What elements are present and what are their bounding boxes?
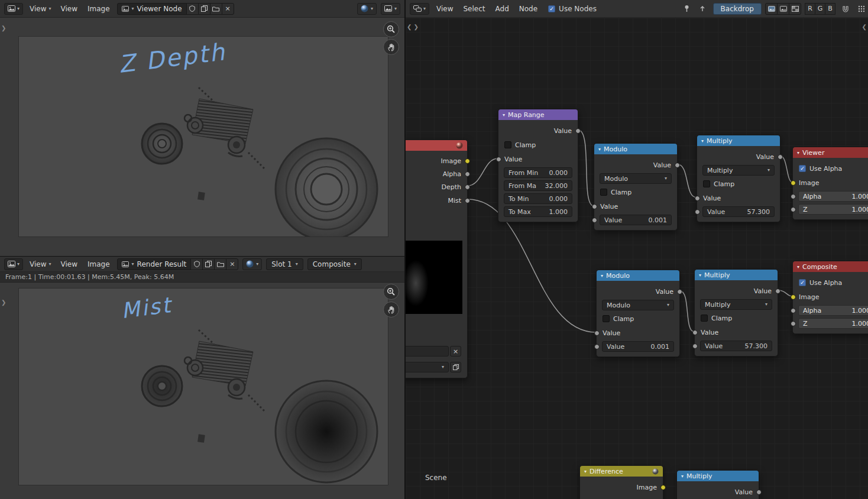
- node-header[interactable]: ▾ Map Range: [498, 109, 578, 120]
- mode-select[interactable]: View ▾: [27, 4, 54, 14]
- zoom-button[interactable]: [383, 284, 399, 300]
- collapse-icon[interactable]: ▾: [503, 112, 505, 118]
- backdrop-button[interactable]: Backdrop: [713, 3, 762, 15]
- backdrop-color-alpha-button[interactable]: [777, 3, 789, 15]
- operation-select[interactable]: Multiply ▾: [700, 299, 772, 310]
- collapse-icon[interactable]: ▾: [584, 469, 587, 474]
- unlink-scene-button[interactable]: ×: [450, 346, 461, 357]
- backdrop-color-button[interactable]: [765, 3, 778, 15]
- fake-user-button[interactable]: [186, 3, 199, 15]
- socket-depth-output[interactable]: [465, 184, 470, 190]
- z-slider[interactable]: Z 1.000: [798, 204, 868, 215]
- value-field[interactable]: Value 57.300: [700, 341, 772, 351]
- node-header[interactable]: ▾ Multiply: [697, 135, 780, 146]
- region-toggle-icon[interactable]: ❮ ❯: [407, 24, 419, 30]
- node-modulo-top[interactable]: ▾ Modulo Value Modulo ▾ Clamp Value: [594, 143, 678, 231]
- node-header[interactable]: ▾ Viewer: [793, 147, 868, 158]
- menu-image[interactable]: Image: [85, 3, 113, 15]
- node-render-layers[interactable]: Image Alpha Depth Mist ×: [406, 140, 468, 378]
- collapse-icon[interactable]: ▾: [598, 147, 601, 152]
- collapse-icon[interactable]: ▾: [797, 264, 799, 270]
- menu-view[interactable]: View: [58, 258, 80, 270]
- z-slider[interactable]: Z 1.000: [798, 318, 868, 329]
- open-image-button[interactable]: [214, 258, 226, 270]
- socket-value2-input[interactable]: [692, 344, 698, 349]
- node-header[interactable]: ▾ Multiply: [677, 471, 759, 481]
- use-alpha-checkbox[interactable]: [799, 279, 806, 286]
- node-header[interactable]: ▾ Modulo: [594, 144, 677, 154]
- collapse-icon[interactable]: ▾: [681, 474, 684, 479]
- clamp-checkbox[interactable]: [703, 180, 710, 187]
- duplicate-button[interactable]: [198, 3, 210, 15]
- region-toggle-icon[interactable]: ❯: [1, 299, 6, 306]
- render-layer-select[interactable]: ▾: [406, 362, 449, 372]
- operation-select[interactable]: Modulo ▾: [600, 173, 672, 184]
- node-header[interactable]: ▾ Difference: [580, 466, 663, 477]
- collapse-icon[interactable]: ▾: [797, 150, 799, 155]
- region-toggle-icon[interactable]: ❮: [862, 24, 867, 30]
- socket-image-input[interactable]: [791, 180, 796, 186]
- collapse-icon[interactable]: ▾: [601, 273, 603, 278]
- node-multiply-bottom[interactable]: ▾ Multiply Value Multiply ▾ Clamp Value: [694, 269, 778, 357]
- node-graph-area[interactable]: ❮ ❯ ❮ Image: [406, 18, 868, 499]
- node-modulo-bottom[interactable]: ▾ Modulo Value Modulo ▾ Clamp Value: [596, 270, 680, 357]
- fake-user-button[interactable]: [190, 258, 203, 270]
- value-field[interactable]: Value 0.001: [602, 341, 674, 352]
- use-alpha-checkbox[interactable]: [799, 165, 806, 172]
- menu-node[interactable]: Node: [516, 3, 540, 15]
- use-nodes-toggle[interactable]: Use Nodes: [548, 5, 597, 13]
- socket-value-input[interactable]: [496, 157, 501, 162]
- display-channels-select[interactable]: ▾: [357, 3, 377, 15]
- value-field[interactable]: Value 57.300: [702, 206, 775, 217]
- menu-image[interactable]: Image: [85, 258, 113, 270]
- go-to-parent-button[interactable]: [697, 3, 709, 15]
- duplicate-button[interactable]: [202, 258, 215, 270]
- image-viewport-bottom[interactable]: ❯: [0, 283, 404, 499]
- clamp-checkbox[interactable]: [701, 315, 708, 322]
- editor-type-button[interactable]: ▾: [4, 258, 23, 270]
- node-viewer[interactable]: ▾ Viewer Use Alpha Image Alpha 1.000: [792, 147, 868, 220]
- clamp-checkbox[interactable]: [504, 141, 511, 148]
- socket-value-input[interactable]: [592, 204, 597, 209]
- node-composite[interactable]: ▾ Composite Use Alpha Image Alpha 1.000: [792, 261, 868, 334]
- backdrop-alpha-button[interactable]: [789, 3, 801, 15]
- socket-image-output[interactable]: [465, 158, 470, 164]
- socket-value-input[interactable]: [594, 330, 600, 336]
- menu-select[interactable]: Select: [461, 3, 488, 15]
- pan-button[interactable]: [383, 302, 399, 317]
- channel-g-button[interactable]: G: [815, 3, 825, 15]
- editor-type-button[interactable]: ▾: [410, 3, 429, 15]
- socket-value-output[interactable]: [778, 154, 783, 160]
- image-datablock[interactable]: ▾ Viewer Node: [117, 3, 187, 15]
- node-multiply-small[interactable]: ▾ Multiply Value: [676, 470, 759, 499]
- unlink-button[interactable]: ×: [222, 3, 234, 15]
- region-toggle-icon[interactable]: ❯: [1, 25, 6, 31]
- to-max-field[interactable]: To Max 1.000: [504, 206, 572, 217]
- socket-value-output[interactable]: [575, 128, 581, 134]
- socket-value2-input[interactable]: [594, 344, 600, 349]
- socket-alpha-output[interactable]: [465, 171, 470, 177]
- snap-mode-button[interactable]: [855, 3, 867, 15]
- socket-alpha-input[interactable]: [791, 194, 796, 199]
- value-field[interactable]: Value 0.001: [600, 215, 672, 225]
- node-header[interactable]: [406, 140, 467, 151]
- menu-view[interactable]: View: [433, 3, 456, 15]
- snap-button[interactable]: [839, 3, 851, 15]
- node-header[interactable]: ▾ Multiply: [695, 270, 778, 280]
- node-header[interactable]: ▾ Composite: [793, 261, 868, 272]
- image-pin-select[interactable]: ▾: [381, 3, 400, 15]
- operation-select[interactable]: Multiply ▾: [702, 165, 775, 176]
- socket-value2-input[interactable]: [592, 218, 597, 223]
- editor-type-button[interactable]: ▾: [4, 3, 23, 15]
- use-nodes-checkbox[interactable]: [548, 5, 555, 12]
- render-pass-select[interactable]: Composite ▾: [307, 258, 362, 270]
- scene-datablock-field[interactable]: [406, 346, 449, 357]
- socket-value2-input[interactable]: [695, 209, 700, 215]
- node-difference[interactable]: ▾ Difference Image: [579, 465, 663, 499]
- mode-select[interactable]: View ▾: [27, 259, 54, 270]
- image-datablock[interactable]: ▾ Render Result: [117, 258, 192, 270]
- socket-value-output[interactable]: [756, 490, 762, 495]
- node-map-range[interactable]: ▾ Map Range Value Clamp Value From Min: [498, 109, 578, 222]
- node-header[interactable]: ▾ Modulo: [597, 270, 679, 281]
- clamp-checkbox[interactable]: [603, 315, 610, 322]
